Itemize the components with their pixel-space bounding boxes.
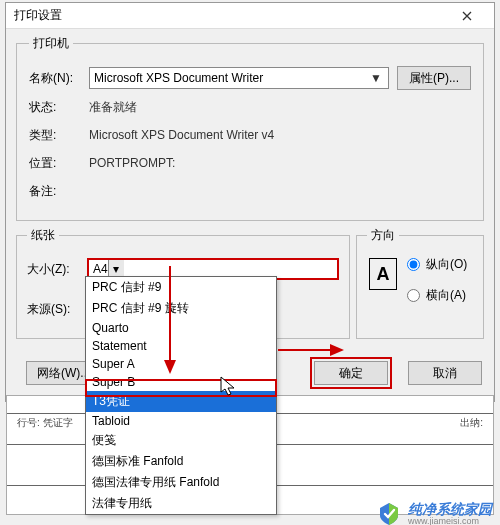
size-label: 大小(Z): [27,261,87,278]
printer-group: 打印机 名称(N): Microsoft XPS Document Writer… [16,35,484,221]
paper-legend: 纸张 [27,227,59,244]
landscape-label: 横向(A) [426,287,466,304]
type-label: 类型: [29,127,89,144]
dropdown-option[interactable]: Quarto [86,319,276,337]
watermark-url: www.jiameisi.com [408,517,492,525]
bg-field-3: 出纳: [460,416,483,430]
paper-size-value: A4 [93,262,108,276]
orientation-legend: 方向 [367,227,399,244]
titlebar: 打印设置 [6,3,494,29]
portrait-radio-input[interactable] [407,258,420,271]
landscape-radio-input[interactable] [407,289,420,302]
dropdown-option[interactable]: 便笺 [86,430,276,451]
window-title: 打印设置 [14,7,448,24]
dropdown-option[interactable]: 法律专用纸 [86,493,276,514]
dropdown-option[interactable]: Super A [86,355,276,373]
bg-field-1: 行号: 凭证字 [17,416,73,430]
orientation-group: 方向 A 纵向(O) 横向(A) [356,227,484,339]
dropdown-option[interactable]: PRC 信封 #9 旋转 [86,298,276,319]
dropdown-option[interactable]: Tabloid [86,412,276,430]
properties-button[interactable]: 属性(P)... [397,66,471,90]
orientation-preview-icon: A [369,258,397,290]
type-value: Microsoft XPS Document Writer v4 [89,128,471,142]
printer-legend: 打印机 [29,35,73,52]
close-button[interactable] [448,5,486,27]
source-label: 来源(S): [27,301,87,318]
watermark-logo-icon [376,501,402,525]
ok-button[interactable]: 确定 [314,361,388,385]
ok-button-highlight: 确定 [310,357,392,389]
dropdown-option[interactable]: Super B [86,373,276,391]
landscape-radio[interactable]: 横向(A) [407,287,467,304]
dropdown-option[interactable]: 德国标准 Fanfold [86,451,276,472]
portrait-label: 纵向(O) [426,256,467,273]
printer-name-value: Microsoft XPS Document Writer [94,71,368,85]
dropdown-option[interactable]: PRC 信封 #9 [86,277,276,298]
where-label: 位置: [29,155,89,172]
portrait-radio[interactable]: 纵向(O) [407,256,467,273]
watermark-text: 纯净系统家园 [408,502,492,517]
dropdown-option[interactable]: T3凭证 [86,391,276,412]
status-value: 准备就绪 [89,99,471,116]
dropdown-option[interactable]: Statement [86,337,276,355]
watermark: 纯净系统家园 www.jiameisi.com [376,501,492,525]
chevron-down-icon: ▼ [368,71,384,85]
cancel-button[interactable]: 取消 [408,361,482,385]
where-value: PORTPROMPT: [89,156,471,170]
paper-size-dropdown[interactable]: PRC 信封 #9PRC 信封 #9 旋转QuartoStatementSupe… [85,276,277,515]
status-label: 状态: [29,99,89,116]
name-label: 名称(N): [29,70,89,87]
printer-name-combo[interactable]: Microsoft XPS Document Writer ▼ [89,67,389,89]
comment-label: 备注: [29,183,89,200]
dropdown-option[interactable]: 德国法律专用纸 Fanfold [86,472,276,493]
